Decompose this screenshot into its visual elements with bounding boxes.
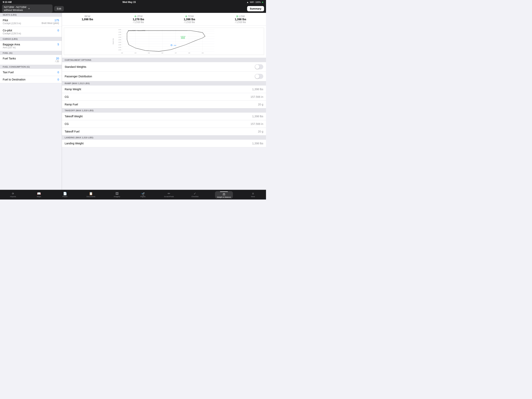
- tab-weight-balance[interactable]: ⚖ Weight & Balance: [215, 191, 233, 199]
- toolbar: N271BW - N271BW without Windows ▼ Edit S…: [0, 4, 266, 13]
- seats-section-header: SEATS (LBS): [0, 13, 62, 17]
- documents-icon: 📋: [89, 192, 93, 195]
- airports-label: Airports: [10, 196, 16, 198]
- checklist-icon: ✓: [194, 192, 196, 195]
- tab-imagery[interactable]: 🖼 Imagery: [111, 192, 123, 198]
- passenger-distribution-label: Passenger Distribution: [65, 75, 92, 78]
- tab-more[interactable]: ≡ More: [247, 192, 259, 198]
- tow-icon: ⊕: [185, 15, 188, 18]
- pilot-value: 175: [42, 19, 59, 22]
- standard-weights-toggle[interactable]: [255, 64, 263, 69]
- zfw-limit: / 1,510 lbs: [113, 21, 164, 24]
- ldw-value: 1,398 lbs: [215, 18, 266, 21]
- taxi-fuel-row[interactable]: Taxi Fuel 0: [0, 69, 62, 76]
- bew-limit: [62, 21, 113, 24]
- pilot-row[interactable]: Pilot Cockpit (128.5 in) 175 Brett West …: [0, 17, 62, 27]
- svg-text:ZFW: ZFW: [174, 45, 176, 46]
- fuel-destination-value: 0: [57, 78, 59, 81]
- status-date: Wed May 15: [122, 1, 136, 4]
- pilot-name: Brett West (pilot): [42, 22, 59, 25]
- ldw-icon: ⊞: [236, 15, 239, 18]
- ldw-limit: / 1,510 lbs: [215, 21, 266, 24]
- svg-text:1,280: 1,280: [118, 44, 121, 45]
- svg-point-36: [171, 45, 172, 46]
- takeoff-section-header: TAKEOFF (MAX 1,510 LBS): [62, 108, 266, 113]
- zfw-column: ⊕ ZFW 1,278 lbs / 1,510 lbs: [113, 15, 164, 24]
- tab-flights[interactable]: 🛫 Flights: [137, 192, 149, 198]
- fuel-destination-label: Fuel to Destination: [3, 78, 25, 81]
- tab-plates[interactable]: 📄 Plates: [59, 192, 71, 198]
- landing-weight-value: 1,398 lbs: [252, 142, 263, 145]
- svg-text:153: 153: [121, 52, 123, 54]
- ramp-fuel-label: Ramp Fuel: [65, 103, 78, 106]
- svg-text:1,360: 1,360: [118, 39, 121, 40]
- ramp-cg-label: CG: [65, 95, 69, 98]
- svg-text:158: 158: [188, 52, 190, 54]
- status-time: 9:13 AM: [3, 1, 12, 4]
- fuel-tanks-row[interactable]: Fuel Tanks 20 / 20: [0, 55, 62, 65]
- checklist-label: Checklist: [191, 196, 199, 198]
- tab-scratchpads[interactable]: ✏ ScratchPads: [163, 192, 175, 198]
- ldw-label: ⊞ LDW: [215, 15, 266, 18]
- landing-weight-label: Landing Weight: [65, 142, 83, 145]
- aircraft-name: N271BW - N271BW without Windows: [4, 6, 26, 12]
- passenger-distribution-row: Passenger Distribution: [62, 72, 266, 81]
- weight-summary: BEW 1,098 lbs ⊕ ZFW 1,278 lbs / 1,510 lb…: [62, 13, 266, 26]
- fuel-section-header: FUEL (G): [0, 51, 62, 55]
- ramp-weight-label: Ramp Weight: [65, 88, 81, 91]
- svg-text:1,200: 1,200: [118, 49, 121, 51]
- fuel-destination-row[interactable]: Fuel to Destination 0: [0, 76, 62, 83]
- ramp-weight-row: Ramp Weight 1,398 lbs: [62, 85, 266, 93]
- svg-text:154: 154: [134, 52, 137, 54]
- takeoff-weight-row: Takeoff Weight 1,398 lbs: [62, 113, 266, 120]
- takeoff-cg-value: 157.566 in: [251, 122, 263, 125]
- baggage-row[interactable]: Baggage Area Arm (157 in) 5: [0, 41, 62, 51]
- flights-icon: 🛫: [141, 192, 145, 195]
- aircraft-selector[interactable]: N271BW - N271BW without Windows ▼: [2, 5, 53, 13]
- tab-airports[interactable]: ✈ Airports: [7, 192, 19, 198]
- scratchpads-label: ScratchPads: [164, 196, 174, 198]
- edit-button[interactable]: Edit: [54, 6, 64, 11]
- cg-chart-svg: 1,520 1,480 1,440 1,400 1,360 1,320 1,28…: [64, 28, 264, 55]
- takeoff-fuel-row: Takeoff Fuel 20 g: [62, 128, 266, 135]
- taxi-fuel-value: 0: [57, 71, 59, 74]
- svg-text:1,400: 1,400: [118, 37, 121, 38]
- fuel-consumption-section-header: FUEL CONSUMPTION (G): [0, 65, 62, 69]
- svg-text:155: 155: [148, 52, 150, 54]
- cg-chart: 1,520 1,480 1,440 1,400 1,360 1,320 1,28…: [62, 26, 266, 58]
- tab-maps[interactable]: 📖 Maps: [33, 192, 45, 198]
- taxi-fuel-label: Taxi Fuel: [3, 71, 14, 74]
- scratchpads-icon: ✏: [168, 192, 170, 195]
- bew-label: BEW: [62, 15, 113, 18]
- pilot-subtitle: Cockpit (128.5 in): [3, 22, 21, 25]
- takeoff-weight-label: Takeoff Weight: [65, 115, 82, 118]
- chevron-down-icon: ▼: [28, 8, 51, 10]
- weight-balance-label: Weight & Balance: [217, 196, 231, 198]
- curtailment-header: CURTAILMENT OPTIONS: [62, 58, 266, 62]
- maps-label: Maps: [37, 196, 41, 198]
- maps-icon: 📖: [37, 192, 41, 195]
- imagery-icon: 🖼: [115, 192, 119, 195]
- bew-value: 1,098 lbs: [62, 18, 113, 21]
- tab-checklist[interactable]: ✓ Checklist: [189, 192, 201, 198]
- ramp-cg-value: 157.566 in: [251, 95, 263, 98]
- summary-button[interactable]: Summary: [247, 6, 264, 11]
- zfw-icon: ⊕: [134, 15, 137, 18]
- svg-text:1,240: 1,240: [118, 47, 121, 48]
- svg-text:156: 156: [161, 52, 163, 54]
- flights-label: Flights: [140, 196, 146, 198]
- plates-icon: 📄: [63, 192, 67, 195]
- ramp-fuel-value: 20 g: [258, 103, 263, 106]
- passenger-distribution-toggle[interactable]: [255, 74, 263, 79]
- standard-weights-row: Standard Weights: [62, 62, 266, 72]
- more-label: More: [251, 196, 255, 198]
- copilot-row[interactable]: Co-pilot Cockpit (128.5 in) 0: [0, 27, 62, 37]
- fuel-tanks-label: Fuel Tanks: [3, 57, 16, 60]
- baggage-subtitle: Arm (157 in): [3, 46, 20, 49]
- ramp-weight-value: 1,398 lbs: [252, 88, 263, 91]
- ramp-cg-row: CG 157.566 in: [62, 93, 266, 101]
- standard-weights-label: Standard Weights: [65, 65, 86, 68]
- pilot-label: Pilot: [3, 19, 21, 22]
- svg-rect-39: [183, 37, 185, 39]
- tab-documents[interactable]: 📋 Documents: [85, 192, 97, 198]
